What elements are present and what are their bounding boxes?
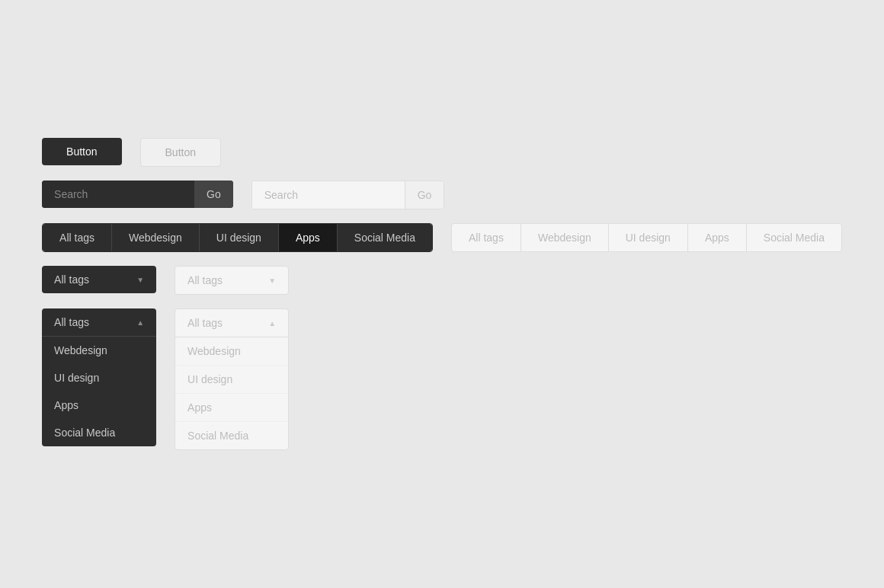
- chevron-down-icon-dark: ▼: [136, 276, 144, 284]
- search-bar-light: Go: [251, 181, 445, 209]
- tab-light-apps[interactable]: Apps: [688, 224, 747, 251]
- dropdown-open-light-header-label: All tags: [187, 317, 223, 329]
- tab-light-all-tags[interactable]: All tags: [452, 224, 521, 251]
- dropdown-open-dark-item-ui-design[interactable]: UI design: [42, 364, 156, 391]
- search-row: Go Go: [42, 181, 842, 209]
- search-bar-dark: Go: [42, 181, 233, 208]
- dropdown-open-light-header[interactable]: All tags ▲: [175, 309, 288, 337]
- dropdown-open-dark-item-webdesign[interactable]: Webdesign: [42, 337, 156, 364]
- tab-dark-webdesign[interactable]: Webdesign: [112, 224, 200, 251]
- dropdown-open-dark-item-social-media[interactable]: Social Media: [42, 419, 156, 446]
- tab-dark-apps[interactable]: Apps: [279, 224, 338, 251]
- search-input-light[interactable]: [252, 181, 405, 209]
- dropdown-open-light-item-ui-design[interactable]: UI design: [175, 366, 288, 394]
- tab-dark-ui-design[interactable]: UI design: [200, 224, 279, 251]
- tab-light-social-media[interactable]: Social Media: [747, 224, 841, 251]
- dropdown-closed-light-label: All tags: [187, 274, 223, 286]
- dropdown-open-dark-item-apps[interactable]: Apps: [42, 391, 156, 419]
- tab-light-ui-design[interactable]: UI design: [609, 224, 688, 251]
- dark-button[interactable]: Button: [42, 138, 121, 165]
- dropdown-open-dark: All tags ▲ Webdesign UI design Apps Soci…: [42, 308, 156, 446]
- search-input-dark[interactable]: [42, 181, 194, 208]
- chevron-up-icon-light: ▲: [268, 319, 276, 328]
- tab-dark-all-tags[interactable]: All tags: [43, 224, 112, 251]
- dropdown-closed-row: All tags ▼ All tags ▼: [42, 266, 842, 295]
- dropdown-open-dark-header-label: All tags: [54, 316, 89, 328]
- dropdown-closed-dark[interactable]: All tags ▼: [42, 266, 156, 293]
- dropdown-open-light-item-webdesign[interactable]: Webdesign: [175, 337, 288, 366]
- dropdown-open-light: All tags ▲ Webdesign UI design Apps Soci…: [175, 308, 289, 450]
- tabs-bar-light: All tags Webdesign UI design Apps Social…: [451, 223, 842, 252]
- chevron-down-icon-light: ▼: [268, 276, 276, 285]
- go-button-dark[interactable]: Go: [194, 181, 233, 208]
- tabs-row: All tags Webdesign UI design Apps Social…: [42, 223, 842, 252]
- tab-light-webdesign[interactable]: Webdesign: [521, 224, 609, 251]
- tabs-bar-dark: All tags Webdesign UI design Apps Social…: [42, 223, 433, 252]
- main-layout: Button Button Go Go All tags Webdesign U…: [42, 138, 842, 450]
- dropdown-open-row: All tags ▲ Webdesign UI design Apps Soci…: [42, 308, 842, 450]
- dropdown-open-light-item-apps[interactable]: Apps: [175, 394, 288, 422]
- dropdown-open-dark-header[interactable]: All tags ▲: [42, 308, 156, 337]
- light-button[interactable]: Button: [140, 138, 221, 167]
- buttons-row: Button Button: [42, 138, 842, 167]
- dropdown-open-light-item-social-media[interactable]: Social Media: [175, 422, 288, 449]
- dropdown-closed-light[interactable]: All tags ▼: [175, 266, 289, 295]
- go-button-light[interactable]: Go: [405, 181, 444, 209]
- tab-dark-social-media[interactable]: Social Media: [338, 224, 432, 251]
- dropdown-closed-dark-label: All tags: [54, 273, 89, 286]
- chevron-up-icon-dark: ▲: [136, 318, 144, 327]
